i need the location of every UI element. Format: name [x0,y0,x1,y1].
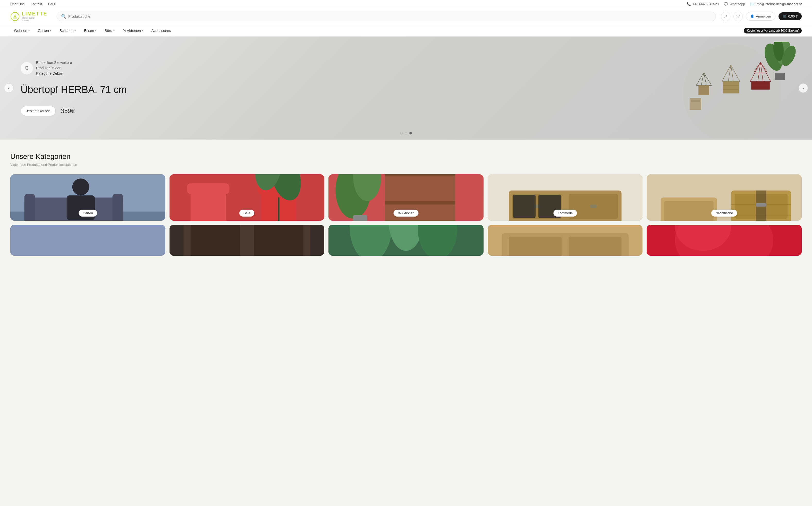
whatsapp-contact[interactable]: 💬 WhatsApp [724,2,745,6]
category-label-aktionen: % Aktionen [393,209,418,217]
svg-rect-42 [112,194,123,221]
top-bar-contacts: 📞 +43 664 5812529 💬 WhatsApp ✉️ info@int… [687,2,802,6]
category-card-row2-3[interactable] [328,225,484,256]
shop-now-button[interactable]: Jetzt einkaufen [21,106,56,116]
cart-total: 0,00 € [788,14,798,18]
hero-dots [400,132,412,135]
heart-icon: ♡ [736,14,740,19]
category-icon [21,62,33,74]
email-address: info@interior-design-moebel.at [756,2,802,6]
nav-item-schlafen[interactable]: Schlafen ▾ [56,25,79,36]
svg-rect-37 [691,100,700,102]
category-card-garten[interactable]: Garten [10,174,165,221]
phone-icon: 📞 [687,2,691,6]
hero-dot-2[interactable] [405,132,407,135]
svg-rect-104 [191,225,240,256]
search-input[interactable] [68,14,712,18]
category-card-row2-5[interactable] [647,225,802,256]
nav-item-garten[interactable]: Garten ▾ [34,25,55,36]
header: LIMETTE Interior Design& Möbel 🔍 ⇄ ♡ 👤 A… [0,8,812,25]
hero-bottom: Jetzt einkaufen 359€ [21,106,127,116]
nav-item-essen[interactable]: Essen ▾ [80,25,100,36]
search-icon: 🔍 [61,14,66,19]
svg-rect-79 [590,204,597,208]
faq-link[interactable]: FAQ [48,2,55,6]
hero-decoration-svg [650,42,799,140]
svg-rect-34 [751,82,769,89]
hero-decoration [650,42,799,140]
chevron-down-icon: ▾ [142,29,143,32]
hero-dot-3[interactable] [409,132,412,135]
main-nav: Wohnen ▾ Garten ▾ Schlafen ▾ Essen ▾ Bür… [0,25,812,36]
nav-item-wohnen[interactable]: Wohnen ▾ [10,25,33,36]
login-button[interactable]: 👤 Anmelden [746,12,776,21]
cat6-illustration [10,225,165,256]
categories-subtitle: Viele neue Produkte und Produktkollektio… [10,163,802,167]
hero-section: ‹ Entdecken Sie weitereProdukte in derKa… [0,36,812,140]
free-shipping-badge: Kostenloser Versand ab 300€ Einkauf [744,28,802,33]
chevron-down-icon: ▾ [95,29,96,32]
top-bar: Über Uns Kontakt FAQ 📞 +43 664 5812529 💬… [0,0,812,8]
svg-rect-41 [24,194,35,221]
whatsapp-label: WhatsApp [730,2,745,6]
nav-item-accessoires[interactable]: Accessoires [148,25,174,36]
svg-rect-23 [723,82,739,93]
category-card-aktionen[interactable]: AKTION % [328,174,484,221]
categories-title: Unsere Kategorien [10,153,802,161]
chevron-down-icon: ▾ [50,29,51,32]
logo-icon [10,12,19,21]
phone-contact[interactable]: 📞 +43 664 5812529 [687,2,719,6]
svg-rect-16 [699,85,709,94]
nav-item-buro[interactable]: Büro ▾ [101,25,118,36]
category-link[interactable]: Dekor [53,71,62,75]
hero-dot-1[interactable] [400,132,403,135]
svg-point-43 [72,178,89,195]
hero-prev-button[interactable]: ‹ [4,83,13,93]
search-bar[interactable]: 🔍 [57,12,716,21]
phone-number: +43 664 5812529 [693,2,719,6]
uber-uns-link[interactable]: Über Uns [10,2,24,6]
category-label-kommode: Kommode [553,209,577,217]
logo-text: LIMETTE [22,11,48,17]
svg-rect-50 [187,183,229,194]
hero-category-badge: Entdecken Sie weitereProdukte in derKate… [21,60,127,76]
dekor-icon [24,65,30,71]
svg-rect-112 [509,237,562,256]
shuffle-button[interactable]: ⇄ [721,12,730,21]
nav-item-aktionen[interactable]: % Aktionen ▾ [119,25,147,36]
nav-items: Wohnen ▾ Garten ▾ Schlafen ▾ Essen ▾ Bür… [10,25,174,36]
cart-icon: 🛒 [783,14,787,18]
hero-content: Entdecken Sie weitereProdukte in derKate… [0,45,147,131]
svg-line-3 [26,69,26,70]
category-card-sale[interactable]: Sale [169,174,325,221]
kontakt-link[interactable]: Kontakt [31,2,42,6]
hero-next-button[interactable]: › [799,83,808,93]
shuffle-icon: ⇄ [724,14,728,19]
cart-button[interactable]: 🛒 0,00 € [779,12,802,20]
svg-rect-10 [775,73,785,80]
svg-rect-101 [10,225,165,256]
category-card-row2-2[interactable] [169,225,325,256]
svg-point-107 [349,225,392,256]
svg-rect-113 [569,237,621,256]
svg-rect-87 [664,201,714,221]
categories-section: Unsere Kategorien Viele neue Produkte un… [0,140,812,269]
top-bar-links: Über Uns Kontakt FAQ [10,2,55,6]
svg-rect-81 [513,195,536,218]
svg-rect-49 [191,190,226,221]
svg-rect-62 [385,174,455,176]
header-actions: ⇄ ♡ 👤 Anmelden 🛒 0,00 € [721,12,802,21]
logo[interactable]: LIMETTE Interior Design& Möbel [10,11,52,22]
wishlist-button[interactable]: ♡ [733,12,743,21]
categories-grid-row1: Garten [10,174,802,221]
chevron-down-icon: ▾ [74,29,76,32]
svg-rect-95 [756,203,766,207]
svg-rect-70 [353,215,368,221]
category-card-row2-4[interactable] [488,225,643,256]
category-card-kommode[interactable]: Kommode [488,174,643,221]
category-card-row2-1[interactable] [10,225,165,256]
category-card-nachttische[interactable]: Nachttische [647,174,802,221]
svg-rect-63 [385,201,455,204]
email-contact[interactable]: ✉️ info@interior-design-moebel.at [750,2,802,6]
cat9-illustration [488,225,643,256]
